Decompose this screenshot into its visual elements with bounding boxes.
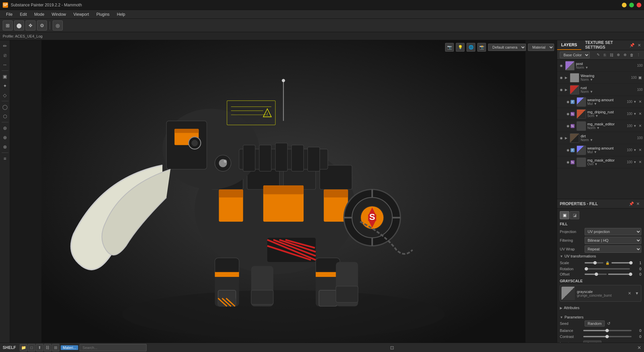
layer-mg-driping-delete[interactable] bbox=[637, 111, 643, 117]
menu-help[interactable]: Help bbox=[114, 11, 129, 18]
menu-edit[interactable]: Edit bbox=[16, 11, 30, 18]
shelf-import-icon[interactable]: ⬆ bbox=[36, 344, 43, 351]
camera-icon[interactable]: 📷 bbox=[445, 43, 454, 52]
prop-scale-slider[interactable] bbox=[585, 262, 603, 263]
prop-scale-lock-icon[interactable] bbox=[605, 260, 610, 266]
maximize-button[interactable] bbox=[629, 3, 634, 7]
bc-edit-icon[interactable]: ✎ bbox=[595, 52, 601, 58]
tool-layers[interactable]: ≡ bbox=[1, 154, 9, 163]
prop-uvwrap-dropdown[interactable]: Repeat bbox=[585, 245, 641, 253]
bc-add-icon[interactable]: ⊕ bbox=[622, 52, 628, 58]
layer-rust-expand[interactable]: ▶ bbox=[564, 88, 569, 92]
tool-camera-reset[interactable]: ◎ bbox=[53, 20, 63, 31]
layer-dirt[interactable]: ▶ dirt Norm ▼ 100 bbox=[557, 132, 644, 144]
shelf-active-filter[interactable]: Materi... bbox=[61, 345, 78, 350]
tool-grid[interactable]: ⊞ bbox=[3, 20, 13, 31]
grayscale-delete-icon[interactable]: ✕ bbox=[627, 291, 632, 296]
prop-scale-slider2[interactable] bbox=[611, 262, 630, 263]
prop-tab-mask[interactable]: ◪ bbox=[570, 211, 579, 219]
layer-wearing-amount-1[interactable]: F wearing amount Mul ▼ 100 ▼ bbox=[557, 96, 644, 108]
panel-pin-icon[interactable]: 📌 bbox=[629, 42, 635, 49]
tool-polygon[interactable]: ◇ bbox=[1, 91, 9, 100]
tool-bake[interactable]: ⊛ bbox=[1, 124, 9, 132]
prop-projection-dropdown[interactable]: UV projection bbox=[585, 228, 641, 235]
light-icon[interactable]: 💡 bbox=[456, 43, 465, 52]
layer-rust-visibility[interactable] bbox=[558, 87, 564, 93]
menu-viewport[interactable]: Viewport bbox=[70, 11, 92, 18]
bc-link-icon[interactable]: ⛓ bbox=[608, 52, 614, 58]
shelf-link-icon[interactable]: ⛓ bbox=[44, 344, 51, 351]
screenshot-icon[interactable]: 📸 bbox=[477, 43, 486, 52]
layer-wearing-visibility[interactable] bbox=[558, 75, 564, 80]
shelf-search-input[interactable] bbox=[79, 344, 147, 351]
render-dropdown[interactable]: Material bbox=[528, 44, 554, 51]
tool-eraser[interactable]: ⎚ bbox=[1, 51, 9, 60]
param-seed-refresh-icon[interactable] bbox=[606, 321, 611, 326]
grayscale-dropdown-icon[interactable]: ▼ bbox=[634, 291, 640, 296]
tool-brush[interactable]: ⬤ bbox=[14, 20, 24, 31]
tool-picker[interactable]: ✦ bbox=[1, 81, 9, 90]
tool-3d[interactable]: ⬡ bbox=[1, 112, 9, 121]
layer-mg-mask-2[interactable]: fx mg_mask_editor Ovrl ▼ 100 ▼ bbox=[557, 156, 644, 168]
layer-rust[interactable]: ▶ rust Norm ▼ 100 bbox=[557, 84, 644, 96]
layer-mg-mask-1-visibility[interactable] bbox=[565, 123, 571, 129]
param-random-button[interactable]: Random bbox=[585, 320, 605, 327]
param-balance-slider[interactable] bbox=[583, 330, 632, 331]
layer-post[interactable]: post Norm ▼ 100 bbox=[557, 60, 644, 72]
tool-anchor[interactable]: ⊕ bbox=[1, 133, 9, 142]
layer-mg-driping[interactable]: fx mg_driping_rust Scrn ▼ 100 ▼ bbox=[557, 108, 644, 120]
layer-mg-mask-2-delete[interactable] bbox=[637, 160, 643, 165]
layer-post-visibility[interactable] bbox=[558, 63, 564, 68]
layer-dirt-expand[interactable]: ▶ bbox=[564, 136, 569, 140]
bc-filter-icon[interactable]: ⊕ bbox=[615, 52, 621, 58]
shelf-expand-icon[interactable]: ⊡ bbox=[390, 345, 394, 350]
layer-wearing-amount-2-delete[interactable] bbox=[637, 148, 643, 153]
shelf-folder-icon[interactable]: 📁 bbox=[20, 344, 27, 351]
menu-mode[interactable]: Mode bbox=[31, 11, 48, 18]
prop-rotation-slider[interactable] bbox=[585, 268, 630, 270]
shelf-new-icon[interactable]: □ bbox=[28, 344, 35, 351]
shelf-filter-icon[interactable]: ⊞ bbox=[52, 344, 59, 351]
tool-color[interactable]: ◯ bbox=[1, 103, 9, 111]
tool-paint[interactable]: ✏ bbox=[1, 42, 9, 50]
parameters-header[interactable]: Parameters bbox=[560, 314, 641, 320]
grayscale-item[interactable]: grayscale grunge_concrete_burnt ✕ ▼ bbox=[560, 285, 641, 302]
properties-pin-icon[interactable]: 📌 bbox=[628, 200, 635, 207]
uv-transformations-header[interactable]: UV transformations bbox=[560, 254, 641, 258]
camera-dropdown[interactable]: Default camera bbox=[488, 44, 526, 51]
panel-close-icon[interactable]: ✕ bbox=[636, 42, 643, 49]
layer-mg-driping-visibility[interactable] bbox=[565, 111, 571, 117]
menu-file[interactable]: File bbox=[3, 11, 16, 18]
bc-delete-icon[interactable]: 🗑 bbox=[629, 52, 635, 58]
viewport[interactable]: ! bbox=[10, 40, 557, 343]
layer-wearing-amount-1-delete[interactable] bbox=[637, 99, 643, 105]
param-contrast-slider[interactable] bbox=[583, 336, 632, 337]
minimize-button[interactable] bbox=[622, 3, 627, 7]
layer-wearing-expand[interactable]: ▶ bbox=[564, 76, 569, 79]
shelf-close-icon[interactable]: ✕ bbox=[637, 345, 641, 350]
tool-settings[interactable]: ⚙ bbox=[37, 20, 47, 31]
tool-transform2[interactable]: ⊗ bbox=[1, 142, 9, 151]
prop-offset-slider2[interactable] bbox=[608, 274, 630, 275]
bc-copy-icon[interactable]: ⎘ bbox=[602, 52, 608, 58]
tool-smudge[interactable]: ↔ bbox=[1, 60, 9, 69]
layer-wearing-mask[interactable]: ▣ bbox=[637, 75, 643, 80]
layer-mg-mask-1-delete[interactable] bbox=[637, 123, 643, 129]
attributes-header[interactable]: Attributes bbox=[560, 304, 641, 311]
tool-transform[interactable]: ✥ bbox=[25, 20, 36, 31]
prop-tab-fill[interactable]: ▣ bbox=[560, 211, 569, 219]
menu-window[interactable]: Window bbox=[48, 11, 69, 18]
param-invert-button[interactable]: Invert bbox=[583, 341, 601, 343]
tool-fill[interactable]: ▣ bbox=[1, 72, 9, 81]
layer-mg-mask-2-visibility[interactable] bbox=[565, 160, 571, 165]
prop-filtering-dropdown[interactable]: Bilinear | HQ bbox=[585, 237, 641, 244]
tab-layers[interactable]: LAYERS bbox=[557, 41, 581, 50]
env-icon[interactable]: 🌐 bbox=[467, 43, 475, 52]
properties-close-icon[interactable]: ✕ bbox=[635, 200, 641, 207]
close-button[interactable] bbox=[637, 3, 641, 7]
prop-offset-slider[interactable] bbox=[585, 274, 607, 275]
layer-wearing-amount-1-visibility[interactable] bbox=[565, 99, 571, 105]
layer-mg-mask-1[interactable]: fx mg_mask_editor Norm ▼ 100 ▼ bbox=[557, 120, 644, 132]
base-color-dropdown[interactable]: Base Color bbox=[560, 52, 590, 58]
layer-wearing[interactable]: ▶ Wearing Norm ▼ 100 ▣ bbox=[557, 72, 644, 84]
